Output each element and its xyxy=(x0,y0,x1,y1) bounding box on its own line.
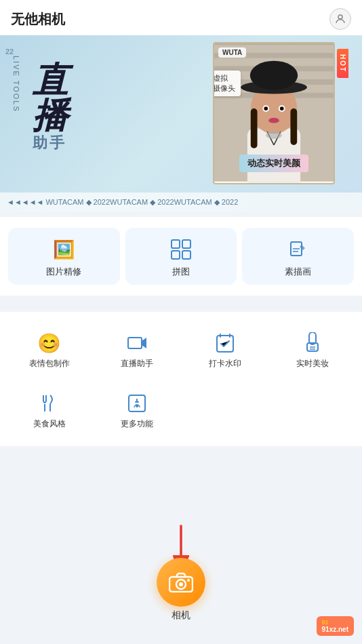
feature-grid-2: 美食风格 更多功能 xyxy=(8,383,354,435)
camera-button[interactable] xyxy=(157,558,205,607)
app-title: 无他相机 xyxy=(11,10,65,28)
virtual-cam-tag: 虚拟 摄像头 xyxy=(213,71,241,96)
banner-text-line1: 直 xyxy=(33,62,68,98)
feature-grid-4: 😊 表情包制作 直播助手 打卡水印 xyxy=(8,323,354,375)
live-tools-label: LIVE TOOLS xyxy=(12,56,20,113)
emoji-label: 表情包制作 xyxy=(29,358,70,369)
more-icon xyxy=(125,391,149,416)
wuta-badge: WUTA xyxy=(218,47,246,58)
food-icon xyxy=(37,391,62,416)
banner-photo: WUTA 虚拟 摄像头 动态实时美颜 HOT xyxy=(213,42,348,198)
checkin-label: 打卡水印 xyxy=(209,358,241,369)
header: 无他相机 xyxy=(0,0,362,35)
bottom-bar: 相机 xyxy=(0,536,362,644)
food-label: 美食风格 xyxy=(33,418,66,430)
svg-point-15 xyxy=(264,106,268,110)
feature-grid-3: 🖼️ 图片精修 拼图 素描画 xyxy=(8,228,354,285)
live-icon xyxy=(125,331,149,355)
svg-rect-13 xyxy=(290,108,297,145)
svg-point-44 xyxy=(179,582,183,586)
avatar[interactable] xyxy=(329,8,351,30)
more-label: 更多功能 xyxy=(121,418,153,430)
feature-emoji[interactable]: 😊 表情包制作 xyxy=(8,323,91,375)
checkin-icon xyxy=(213,331,237,355)
camera-button-wrap: 相机 xyxy=(157,558,205,622)
feature-photo-retouch[interactable]: 🖼️ 图片精修 xyxy=(8,228,120,285)
feature-collage[interactable]: 拼图 xyxy=(125,228,237,285)
svg-rect-12 xyxy=(251,108,258,148)
section-grid2: 😊 表情包制作 直播助手 打卡水印 xyxy=(0,312,362,446)
collage-label: 拼图 xyxy=(172,266,190,278)
feature-more[interactable]: 更多功能 xyxy=(96,383,179,435)
svg-rect-27 xyxy=(128,338,142,348)
feature-checkin[interactable]: 打卡水印 xyxy=(184,323,266,375)
beauty-label: 实时美妆 xyxy=(296,358,329,369)
photo-retouch-icon: 🖼️ xyxy=(52,237,76,262)
sketch-label: 素描画 xyxy=(285,266,311,278)
photo-retouch-label: 图片精修 xyxy=(46,266,81,278)
photo-frame: WUTA 虚拟 摄像头 动态实时美颜 xyxy=(213,42,335,184)
svg-rect-38 xyxy=(129,395,145,411)
collage-icon xyxy=(169,237,193,262)
svg-point-45 xyxy=(187,579,190,582)
beauty-icon xyxy=(300,331,325,355)
svg-point-18 xyxy=(268,118,279,123)
hot-label: HOT xyxy=(337,49,348,78)
svg-point-17 xyxy=(280,106,284,110)
banner-text-line2: 播 xyxy=(33,98,68,133)
svg-rect-24 xyxy=(172,251,180,259)
beauty-tag: 动态实时美颜 xyxy=(239,155,308,172)
watermark-text: 91xz.net xyxy=(322,626,348,633)
feature-live[interactable]: 直播助手 xyxy=(96,323,179,375)
camera-label: 相机 xyxy=(172,609,190,622)
emoji-icon: 😊 xyxy=(37,331,62,355)
feature-beauty[interactable]: 实时美妆 xyxy=(272,323,355,375)
feature-sketch[interactable]: 素描画 xyxy=(242,228,354,285)
svg-rect-23 xyxy=(182,240,190,248)
banner: 22 LIVE TOOLS 直 播 助手 xyxy=(0,35,362,212)
watermark: 91 91xz.net xyxy=(317,616,354,636)
live-label: 直播助手 xyxy=(121,358,153,369)
svg-rect-22 xyxy=(172,240,180,248)
banner-ticker: ◄◄◄◄◄ WUTACAM ◆ 2022WUTACAM ◆ 2022WUTACA… xyxy=(0,193,362,212)
section-grid1: 🖼️ 图片精修 拼图 素描画 xyxy=(0,217,362,296)
svg-point-0 xyxy=(338,15,342,19)
banner-left: LIVE TOOLS 直 播 助手 xyxy=(12,56,68,153)
svg-point-11 xyxy=(250,61,298,90)
svg-point-21 xyxy=(266,131,281,139)
sketch-icon xyxy=(286,237,310,262)
banner-text-line3: 助手 xyxy=(33,133,68,153)
svg-rect-25 xyxy=(182,251,190,259)
banner-number: 22 xyxy=(5,47,14,56)
feature-food[interactable]: 美食风格 xyxy=(8,383,91,435)
